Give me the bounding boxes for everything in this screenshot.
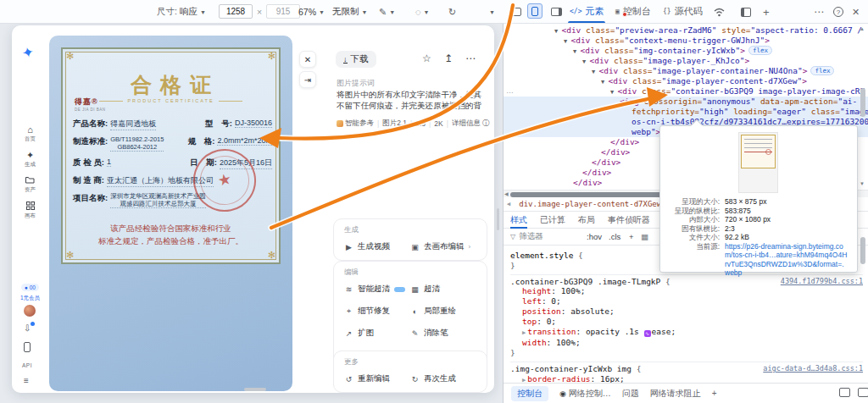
layout-panel-button[interactable] bbox=[741, 0, 751, 24]
css-selector[interactable]: .container-bG3PQ9 .image-TLmgkP bbox=[510, 277, 660, 286]
image-source-link[interactable]: https://p26-dreamina-sign.byteimg.com/to… bbox=[725, 242, 849, 278]
dom-tree-node[interactable]: ▼ <div class="image-player-container-NU4… bbox=[504, 66, 868, 76]
expand-icon[interactable]: ▶ bbox=[522, 329, 526, 336]
prompt-text[interactable]: 将图片中的所有水印文字清除干净，使其不留下任何痕迹，并完美还原被遮挡的背景和原始… bbox=[337, 89, 487, 112]
styles-tab-2[interactable]: 布局 bbox=[578, 214, 595, 226]
drawer-tab-2[interactable]: 问题 bbox=[622, 388, 639, 400]
scroll-up-icon[interactable]: ▲ bbox=[860, 26, 865, 31]
image-viewer[interactable]: ✻ ✻ ✻ ✻ 合格证 PRODUCT CERTIFICATE 得嘉® DE J… bbox=[49, 36, 292, 391]
css-property[interactable]: position: absolute; bbox=[510, 306, 863, 317]
meta-tag-4[interactable]: 详细信息ⓘ bbox=[452, 119, 490, 129]
action-detail-fix[interactable]: ⌖细节修复 bbox=[344, 306, 410, 317]
dock-side-button[interactable] bbox=[551, 0, 562, 24]
more-menu-icon[interactable]: ≡ bbox=[24, 376, 29, 385]
dom-tree-node[interactable]: <img crossorigin="anonymous" data-apm-ac… bbox=[504, 97, 868, 107]
inspect-button[interactable] bbox=[510, 0, 521, 24]
dom-tree-node[interactable]: ▼ <div class="image-player-content-d7XGe… bbox=[504, 76, 868, 86]
device-toolbar-toggle[interactable] bbox=[527, 3, 542, 19]
sidebar-item-home[interactable]: ⌂首页 bbox=[12, 125, 48, 143]
breadcrumb-item[interactable]: div.image-player-content-d7XGew bbox=[519, 200, 661, 208]
close-devtools-button[interactable]: ✕ bbox=[852, 0, 860, 24]
action-hd-smart[interactable]: ≋智能超清 bbox=[344, 284, 410, 295]
tab-elements[interactable]: </>元素 bbox=[570, 0, 604, 23]
app-logo-icon[interactable]: ✦ bbox=[20, 43, 36, 63]
expand-icon[interactable]: ▶ bbox=[522, 377, 526, 383]
tab-console[interactable]: ▣控制台 bbox=[615, 0, 651, 23]
action-re-edit[interactable]: ↺重新编辑 bbox=[344, 373, 410, 384]
devtools-divider[interactable] bbox=[503, 24, 504, 403]
help-button[interactable]: ? bbox=[833, 0, 843, 24]
stylesheet-link[interactable]: aigc-data-d…3d4a8.css:1 bbox=[763, 364, 863, 374]
meta-tag-2[interactable]: 2:3 bbox=[415, 119, 426, 128]
css-property[interactable]: width: 100%; bbox=[510, 338, 863, 348]
devtools-menu-button[interactable]: ⋯ bbox=[814, 0, 824, 24]
throttling-dropdown[interactable]: 无限制▼ bbox=[332, 0, 367, 24]
collapse-panel-button[interactable]: ⇥ bbox=[299, 71, 316, 88]
action-expand[interactable]: ↗扩图 bbox=[344, 328, 410, 339]
rotate-button[interactable]: ↻ bbox=[448, 0, 456, 24]
avatar[interactable] bbox=[24, 305, 36, 317]
network-status-button[interactable] bbox=[714, 0, 725, 24]
flex-badge[interactable]: flex bbox=[810, 66, 834, 75]
sidebar-item-canvas[interactable]: 画布 bbox=[12, 202, 48, 220]
action-canvas[interactable]: ▣去画布编辑› bbox=[410, 241, 476, 252]
sidebar-item-generate[interactable]: ✦生成 bbox=[12, 151, 48, 168]
styles-tab-1[interactable]: 已计算 bbox=[540, 214, 565, 226]
toggle-hover-button[interactable]: :hov bbox=[587, 232, 602, 241]
action-regenerate[interactable]: ↻再次生成 bbox=[410, 373, 476, 384]
styles-tab-0[interactable]: 样式 bbox=[510, 212, 527, 229]
drawer-icon-left[interactable] bbox=[839, 388, 850, 397]
add-panel-button[interactable]: + bbox=[763, 0, 770, 24]
drawer-tab-3[interactable]: 网络请求阻止 bbox=[650, 388, 701, 400]
viewport-width-input[interactable] bbox=[219, 4, 253, 19]
new-rule-button[interactable]: + bbox=[629, 232, 634, 241]
filter-placeholder[interactable]: 筛选器 bbox=[519, 231, 543, 242]
scroll-down-icon[interactable]: ▼ bbox=[860, 181, 865, 186]
dom-tree-node[interactable]: fetchpriority="high" loading="eager" cla… bbox=[504, 107, 868, 117]
css-selector[interactable]: .img-container-yIcWxb img bbox=[510, 364, 632, 373]
tab-sources[interactable]: {}源代码 bbox=[663, 0, 703, 23]
responsive-mode-dropdown[interactable]: 响应▼ bbox=[180, 0, 206, 24]
css-property[interactable]: ▶border-radius: 16px; bbox=[510, 374, 863, 383]
panel-scrollbar[interactable] bbox=[497, 208, 499, 230]
dom-tree-node[interactable]: ▼ <div class="img-container-yIcWxb">flex bbox=[504, 46, 868, 56]
css-property[interactable]: ▶transition: opacity .1s ∿ease; bbox=[510, 327, 863, 339]
drawer-tab-0[interactable]: 控制台 bbox=[511, 386, 548, 401]
more-actions-button[interactable]: ⋯ bbox=[465, 52, 476, 64]
drawer-tab-1[interactable]: ◉网络控制… bbox=[559, 388, 611, 400]
action-eraser[interactable]: ✎消除笔 bbox=[410, 328, 476, 339]
styles-tab-3[interactable]: 事件侦听器 bbox=[608, 214, 650, 226]
meta-tag-1[interactable]: 图片2.1 bbox=[382, 119, 407, 129]
css-property[interactable]: height: 100%; bbox=[510, 286, 863, 296]
action-play[interactable]: ▶生成视频 bbox=[344, 241, 410, 252]
action-inpaint[interactable]: ◐局部重绘 bbox=[410, 306, 476, 317]
mobile-app-icon[interactable] bbox=[24, 342, 31, 354]
dom-tree-node[interactable]: ▼ <div class="preview-area-rZadM6" style… bbox=[504, 25, 868, 36]
action-hd[interactable]: ▦超清 bbox=[410, 284, 476, 295]
share-button[interactable]: ↥ bbox=[444, 52, 453, 64]
css-property[interactable]: top: 0; bbox=[510, 317, 863, 327]
tree-scrollbar-thumb[interactable] bbox=[860, 88, 865, 117]
window-scrollbar[interactable] bbox=[244, 388, 266, 391]
meta-tag-0[interactable]: 智能参考 bbox=[337, 119, 374, 129]
download-app-icon[interactable]: ⇩ bbox=[24, 323, 31, 333]
dom-tree-node[interactable]: ▼ <div class="container-bG3PQ9 image-pla… bbox=[504, 86, 868, 97]
zoom-dropdown[interactable]: 67%▼ bbox=[298, 0, 325, 24]
element-style-selector[interactable]: element.style bbox=[510, 251, 573, 260]
more-device-options[interactable]: ▼ bbox=[487, 0, 495, 24]
stylesheet-link[interactable]: 4394.f1d799b4.css:1 bbox=[781, 277, 863, 287]
media-hints-dropdown[interactable]: ◌▼ bbox=[415, 0, 429, 24]
grid-options-icon[interactable]: ▦ bbox=[641, 232, 648, 241]
download-button[interactable]: ↓下载 bbox=[336, 51, 376, 68]
sidebar-item-assets[interactable]: 资产 bbox=[12, 176, 48, 194]
favorite-button[interactable]: ☆ bbox=[422, 52, 431, 64]
drawer-tab-4[interactable]: + bbox=[712, 389, 717, 398]
api-link[interactable]: API bbox=[22, 362, 32, 368]
viewport-height-input[interactable] bbox=[266, 4, 300, 19]
dom-tree-node[interactable]: ▼ <div class="context-menu-trigger-GWJhn… bbox=[504, 36, 868, 46]
toggle-class-button[interactable]: .cls bbox=[609, 232, 620, 241]
styles-scrollbar-thumb[interactable] bbox=[860, 237, 865, 264]
css-property[interactable]: left: 0; bbox=[510, 296, 863, 306]
meta-tag-3[interactable]: 2K bbox=[434, 119, 442, 128]
stylus-dropdown[interactable]: ✎▼ bbox=[379, 0, 395, 24]
